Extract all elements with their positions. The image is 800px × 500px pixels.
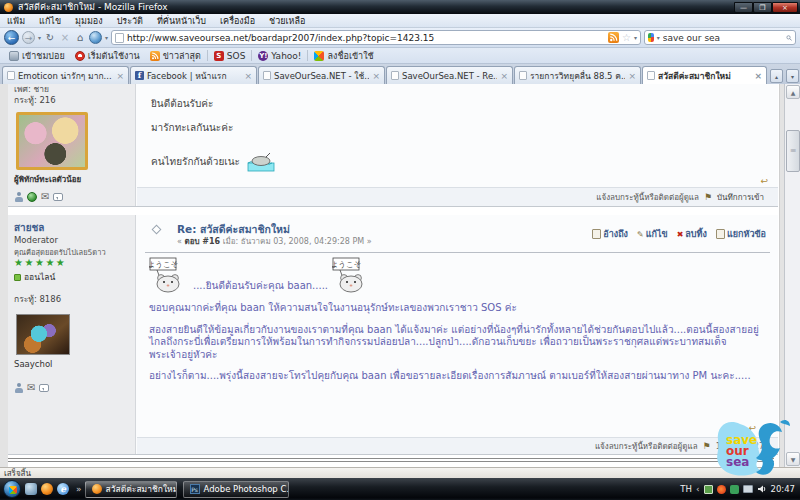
- tab-scroll-up-button[interactable]: ▴: [770, 69, 783, 83]
- delete-button[interactable]: ✖ลบทิ้ง: [677, 227, 707, 241]
- volume-icon[interactable]: [757, 484, 767, 494]
- search-engine-dropdown-icon[interactable]: ▾: [657, 34, 660, 41]
- scroll-up-button[interactable]: ▲: [786, 85, 800, 99]
- search-input[interactable]: [663, 33, 783, 43]
- close-button[interactable]: ×: [772, 2, 798, 13]
- tray-icon-1[interactable]: [704, 485, 713, 494]
- message-icon[interactable]: [53, 193, 63, 201]
- welcome-text: ....ยินดีต้อนรับค่ะคุณ baan.....: [193, 278, 328, 293]
- email-icon[interactable]: ✉: [27, 383, 35, 393]
- tab-emoticon[interactable]: Emoticon น่ารักๆ มาก... ×: [2, 66, 129, 84]
- post2-footer-bar: แจ้งลบกระทู้นี้หรือติดต่อผู้ดูแล ⚑ 115.6…: [137, 437, 778, 454]
- tab-close-icon[interactable]: ×: [500, 71, 508, 81]
- tab-label: Facebook | หน้าแรก: [147, 69, 241, 83]
- tab-list-button[interactable]: ▾: [786, 69, 799, 83]
- getting-started-icon: [75, 51, 85, 61]
- menu-bookmarks[interactable]: ที่คั่นหน้าเว็บ: [150, 14, 213, 28]
- report-post-link[interactable]: แจ้งลบกระทู้นี้หรือติดต่อผู้ดูแล: [595, 440, 698, 453]
- history-dropdown-icon[interactable]: ▾: [38, 34, 41, 41]
- tray-icon-2[interactable]: [717, 485, 726, 494]
- bookmark-star-icon[interactable]: ☆: [622, 33, 631, 43]
- url-bar[interactable]: ☆ ▾: [111, 30, 641, 45]
- quick-launch-icon[interactable]: [25, 483, 37, 495]
- tab-close-icon[interactable]: ×: [244, 71, 252, 81]
- language-indicator[interactable]: TH: [680, 484, 692, 494]
- jump-to-reply-icon[interactable]: ↩: [760, 176, 768, 186]
- back-button[interactable]: ←: [4, 30, 19, 45]
- edit-button[interactable]: ✎แก้ไข: [637, 227, 668, 241]
- email-icon[interactable]: ✉: [41, 192, 49, 202]
- menu-tools[interactable]: เครื่องมือ: [213, 14, 262, 28]
- location-dropdown-icon[interactable]: ▾: [105, 34, 108, 41]
- tray-icon-3[interactable]: [730, 485, 739, 494]
- message-icon[interactable]: [39, 384, 49, 392]
- home-button[interactable]: ⌂: [74, 32, 86, 43]
- tab-active-topic[interactable]: สวัสดีค่ะสมาชิกใหม่ ×: [642, 66, 767, 84]
- url-dropdown-icon[interactable]: ▾: [634, 34, 637, 41]
- minimize-button[interactable]: —: [734, 2, 753, 13]
- stop-button[interactable]: ×: [59, 32, 71, 43]
- online-indicator-icon: [14, 274, 21, 281]
- report-post-link[interactable]: แจ้งลบกระทู้นี้หรือติดต่อผู้ดูแล: [596, 191, 699, 204]
- tab-close-icon[interactable]: ×: [116, 71, 124, 81]
- menu-edit[interactable]: แก้ไข: [32, 14, 68, 28]
- task-button-photoshop[interactable]: Ps Adobe Photoshop C...: [183, 481, 289, 498]
- post1-text-line: คนไทยรักกันด้วยเนะ: [151, 150, 276, 172]
- ie-quick-launch-icon[interactable]: e: [57, 483, 69, 495]
- headlines-rss-icon: [150, 51, 160, 61]
- bookmark-getting-started[interactable]: เริ่มต้นใช้งาน: [70, 49, 145, 63]
- quote-button[interactable]: อ้างถึง: [592, 227, 628, 241]
- vertical-scrollbar[interactable]: ▲ ▼: [784, 84, 800, 467]
- profile-icon[interactable]: [14, 383, 23, 393]
- post2-paragraph: ขอบคุณมากค่ะที่คุณ baan ให้ความสนใจในงาน…: [149, 302, 770, 315]
- post2-online-status: ออนไลน์: [14, 270, 129, 284]
- post1-signature: ผู้พิทักษ์ทะเลตัวน้อย: [14, 173, 129, 186]
- menu-view[interactable]: มุมมอง: [68, 14, 110, 28]
- url-input[interactable]: [127, 32, 605, 44]
- tab-close-icon[interactable]: ×: [372, 71, 380, 81]
- profile-icon[interactable]: [14, 192, 23, 202]
- clock[interactable]: 20:47: [771, 484, 796, 494]
- bookmark-sos[interactable]: S SOS: [209, 49, 251, 63]
- bookmark-yahoo[interactable]: Y! Yahoo!: [253, 49, 306, 63]
- refresh-button[interactable]: ↻: [44, 32, 56, 43]
- website-icon[interactable]: [27, 192, 37, 202]
- tab-close-icon[interactable]: ×: [754, 71, 762, 81]
- tab-saveoursea-2[interactable]: SaveOurSea.NET - Re... ×: [386, 66, 513, 84]
- page-icon: [7, 71, 15, 80]
- task-button-firefox[interactable]: สวัสดีค่ะสมาชิกใหม่ - ...: [85, 481, 177, 498]
- bookmark-latest-headlines[interactable]: ข่าวล่าสุด: [145, 49, 206, 63]
- page-icon: [519, 71, 527, 80]
- firefox-icon: [4, 3, 13, 12]
- forward-button[interactable]: →: [22, 31, 35, 44]
- tray-collapse-icon[interactable]: ‹: [696, 484, 700, 494]
- menu-help[interactable]: ช่วยเหลือ: [262, 14, 312, 28]
- search-bar[interactable]: ▾: [644, 30, 796, 45]
- menu-history[interactable]: ประวัติ: [110, 14, 150, 28]
- post2-content: ようこそ ....ยินดีต้อนรับค่ะคุณ baan..... よう…: [149, 257, 770, 383]
- post1-text-line: ยินดีต้อนรับค่ะ: [151, 96, 213, 111]
- firefox-quick-launch-icon[interactable]: [41, 483, 53, 495]
- tab-close-icon[interactable]: ×: [628, 71, 636, 81]
- post2-username[interactable]: สายชล: [14, 220, 129, 235]
- split-topic-button[interactable]: แยกหัวข้อ: [716, 227, 766, 241]
- site-identity-icon[interactable]: [89, 31, 102, 44]
- tab-facebook[interactable]: f Facebook | หน้าแรก ×: [130, 66, 257, 84]
- rss-icon[interactable]: [608, 32, 619, 43]
- start-button[interactable]: [3, 480, 21, 498]
- system-tray: TH ‹ 20:47: [680, 484, 800, 494]
- tab-label: สวัสดีค่ะสมาชิกใหม่: [658, 69, 751, 83]
- maximize-button[interactable]: ❐: [753, 2, 772, 13]
- network-icon[interactable]: [743, 485, 753, 493]
- post2-avatar: [16, 314, 70, 355]
- post2-paragraph: สองสายยินดีให้ข้อมูลเกี่ยวกับงานของเราตา…: [149, 324, 770, 362]
- scrollbar-thumb[interactable]: [786, 130, 800, 172]
- task-label: Adobe Photoshop C...: [204, 484, 289, 494]
- menu-file[interactable]: แฟ้ม: [0, 14, 32, 28]
- tab-radio[interactable]: รายการวิทยุคลื่น 88.5 ค... ×: [514, 66, 641, 84]
- tab-saveoursea-1[interactable]: SaveOurSea.NET - ใช้... ×: [258, 66, 385, 84]
- search-magnifier-icon[interactable]: [786, 33, 792, 43]
- bookmark-most-visited[interactable]: เข้าชมบ่อย: [4, 49, 70, 63]
- bookmark-sign-in[interactable]: ลงชื่อเข้าใช้: [309, 49, 378, 63]
- quick-launch-overflow-icon[interactable]: »: [76, 484, 82, 494]
